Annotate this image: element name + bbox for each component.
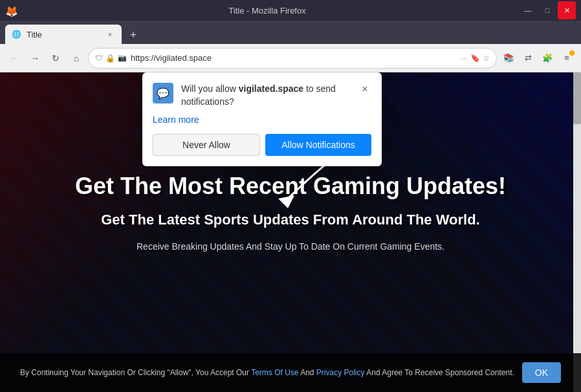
page-headline: Get The Most Recent Gaming Updates! bbox=[49, 172, 532, 200]
notification-badge bbox=[569, 50, 575, 56]
popup-message-prefix: Will you allow bbox=[181, 83, 239, 94]
minimize-button[interactable]: — bbox=[519, 1, 537, 19]
popup-learn-more-link[interactable]: Learn more bbox=[153, 114, 371, 125]
firefox-icon: 🦊 bbox=[5, 5, 16, 16]
bottom-disclaimer: By Continuing Your Navigation Or Clickin… bbox=[20, 368, 514, 377]
active-tab[interactable]: 🌐 Title × bbox=[5, 25, 122, 44]
popup-chat-icon: 💬 bbox=[153, 83, 173, 103]
popup-close-button[interactable]: × bbox=[358, 83, 371, 96]
sync-button[interactable]: ⇄ bbox=[519, 49, 537, 67]
page-description: Receive Breaking Updates And Stay Up To … bbox=[85, 240, 496, 254]
star-icon[interactable]: ☆ bbox=[483, 54, 490, 63]
popup-site: vigilated.space bbox=[239, 83, 303, 94]
overflow-menu-icon[interactable]: ··· bbox=[461, 54, 468, 63]
shield-icon: 🛡 bbox=[95, 54, 103, 63]
never-allow-button[interactable]: Never Allow bbox=[153, 134, 260, 156]
tab-title: Title bbox=[27, 30, 100, 39]
scrollbar[interactable] bbox=[573, 72, 581, 392]
scrollbar-thumb[interactable] bbox=[573, 72, 581, 124]
address-text: https://vigilated.space bbox=[131, 53, 457, 63]
bookmark-icon[interactable]: 🔖 bbox=[470, 54, 480, 63]
camera-icon: 📷 bbox=[118, 54, 127, 62]
ok-button[interactable]: OK bbox=[522, 362, 561, 383]
toolbar: ← → ↻ ⌂ 🛡 🔒 📷 https://vigilated.space ··… bbox=[0, 44, 581, 72]
popup-buttons: Never Allow Allow Notifications bbox=[153, 134, 371, 156]
browser-window: 🦊 Title - Mozilla Firefox — □ ✕ 🌐 Title … bbox=[0, 0, 581, 392]
tabbar: 🌐 Title × + bbox=[0, 21, 581, 44]
tab-favicon: 🌐 bbox=[12, 30, 21, 39]
new-tab-button[interactable]: + bbox=[124, 26, 142, 44]
address-actions: ··· 🔖 ☆ bbox=[461, 54, 490, 63]
allow-notifications-button[interactable]: Allow Notifications bbox=[265, 134, 371, 156]
window-controls: — □ ✕ bbox=[519, 1, 576, 19]
and-text: And bbox=[300, 368, 314, 377]
library-button[interactable]: 📚 bbox=[499, 49, 518, 67]
tab-close-button[interactable]: × bbox=[105, 29, 115, 39]
bottom-suffix: And Agree To Receive Sponsored Content. bbox=[366, 368, 514, 377]
menu-button[interactable]: ≡ bbox=[558, 49, 576, 67]
titlebar: 🦊 Title - Mozilla Firefox — □ ✕ bbox=[0, 0, 581, 21]
close-button[interactable]: ✕ bbox=[558, 1, 576, 19]
forward-button[interactable]: → bbox=[26, 49, 44, 67]
notification-popup: 💬 Will you allow vigilated.space to send… bbox=[142, 72, 382, 166]
popup-message: Will you allow vigilated.space to send n… bbox=[181, 83, 351, 108]
privacy-link[interactable]: Privacy Policy bbox=[316, 368, 365, 377]
refresh-button[interactable]: ↻ bbox=[47, 49, 65, 67]
page-subheadline: Get The Latest Sports Updates From Aroun… bbox=[62, 210, 518, 230]
lock-icon: 🔒 bbox=[105, 54, 115, 63]
address-bar[interactable]: 🛡 🔒 📷 https://vigilated.space ··· 🔖 ☆ bbox=[88, 48, 497, 69]
address-security-icons: 🛡 🔒 📷 bbox=[95, 54, 127, 63]
toolbar-actions: 📚 ⇄ 🧩 ≡ bbox=[499, 49, 576, 67]
content-area: Get The Most Recent Gaming Updates! Get … bbox=[0, 72, 581, 392]
bottom-bar: By Continuing Your Navigation Or Clickin… bbox=[0, 353, 581, 392]
back-button[interactable]: ← bbox=[5, 49, 23, 67]
bottom-text-prefix: By Continuing Your Navigation Or Clickin… bbox=[20, 368, 249, 377]
maximize-button[interactable]: □ bbox=[538, 1, 556, 19]
extensions-button[interactable]: 🧩 bbox=[538, 49, 556, 67]
window-title: Title - Mozilla Firefox bbox=[21, 6, 514, 16]
terms-link[interactable]: Terms Of Use bbox=[251, 368, 298, 377]
home-button[interactable]: ⌂ bbox=[67, 49, 85, 67]
popup-header: 💬 Will you allow vigilated.space to send… bbox=[153, 83, 371, 108]
